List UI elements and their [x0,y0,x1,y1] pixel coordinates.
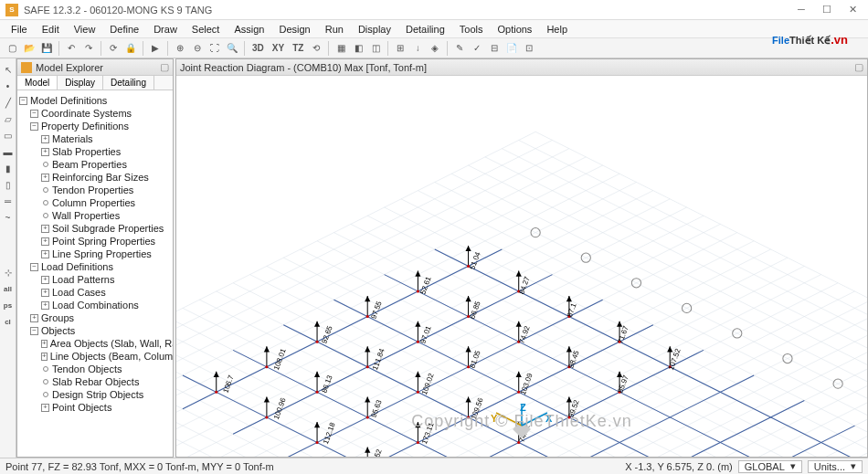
draw-line-icon[interactable]: ╱ [1,95,16,110]
menu-edit[interactable]: Edit [35,22,67,37]
tree-row[interactable]: +Slab Properties [19,145,171,158]
draw-rect-icon[interactable]: ▭ [1,128,16,142]
zoom-in-icon[interactable]: ⊕ [172,40,188,57]
tree-row[interactable]: +Line Objects (Beam, Column, Brace, Null… [19,350,171,363]
detail-icon[interactable]: ⊡ [521,40,537,57]
zoom-window-icon[interactable]: 🔍 [224,40,240,57]
draw-tendon-icon[interactable]: ~ [1,210,16,225]
menu-options[interactable]: Options [490,22,539,37]
tree-row[interactable]: Tendon Properties [19,184,171,196]
all-button[interactable]: all [1,281,16,296]
tree-row[interactable]: +Area Objects (Slab, Wall, Ramp, Null) [19,337,171,350]
minimize-button[interactable]: ─ [789,2,813,16]
canvas-3d[interactable]: 51.0452.6197.5592.65108.01106.784.2766.8… [176,76,867,457]
tree-row[interactable]: −Property Definitions [19,120,171,132]
tree-row[interactable]: −Model Definitions [19,94,171,107]
results-icon[interactable]: ◈ [427,40,443,57]
draw-wall-icon[interactable]: ▯ [1,177,16,192]
draw-column-icon[interactable]: ▮ [1,161,16,175]
tree-row[interactable]: −Objects [19,324,171,337]
tree-row[interactable]: +Point Spring Properties [19,235,171,248]
new-icon[interactable]: ▢ [4,40,20,57]
shrink-icon[interactable]: ◫ [367,40,384,57]
tree-row[interactable]: +Groups [19,311,171,324]
display-icon[interactable]: ▦ [333,40,349,57]
tree-row[interactable]: +Load Cases [19,286,171,299]
menu-view[interactable]: View [67,22,103,37]
svg-line-27 [385,359,867,457]
grid-icon[interactable]: ⊞ [392,40,408,57]
tree-row[interactable]: −Load Definitions [19,260,171,273]
rotate-icon[interactable]: ⟲ [308,40,324,57]
tree-row[interactable]: +Load Patterns [19,273,171,286]
viewport-max-icon[interactable]: ▢ [854,61,863,73]
menu-tools[interactable]: Tools [452,22,491,37]
tree-row[interactable]: Design Strip Objects [19,388,171,401]
redo-icon[interactable]: ↷ [80,40,97,57]
tree-row[interactable]: Tendon Objects [19,363,171,375]
menu-define[interactable]: Define [102,22,146,37]
tree-view[interactable]: −Model Definitions−Coordinate Systems−Pr… [17,90,173,457]
tab-display[interactable]: Display [58,76,103,90]
tree-row[interactable]: +Point Objects [19,401,171,414]
snap-icon[interactable]: ⊹ [1,265,16,279]
menu-draw[interactable]: Draw [146,22,185,37]
status-units[interactable]: Units...▾ [808,460,863,473]
draw-slab-icon[interactable]: ▬ [1,144,16,159]
menu-detailing[interactable]: Detailing [398,22,452,37]
zoom-fit-icon[interactable]: ⛶ [206,40,223,57]
status-global[interactable]: GLOBAL▾ [738,460,802,473]
tree-row[interactable]: +Materials [19,132,171,145]
tree-row[interactable]: +Load Combinations [19,299,171,311]
assign-icon[interactable]: ✎ [451,40,468,57]
tab-model[interactable]: Model [17,76,58,90]
tree-row[interactable]: Beam Properties [19,158,171,171]
view-tz-button[interactable]: TZ [289,40,307,57]
menu-run[interactable]: Run [318,22,351,37]
menu-design[interactable]: Design [271,22,317,37]
tree-row[interactable]: Column Properties [19,196,171,209]
save-icon[interactable]: 💾 [38,40,55,57]
open-icon[interactable]: 📂 [21,40,37,57]
menu-assign[interactable]: Assign [227,22,271,37]
extrude-icon[interactable]: ◧ [350,40,366,57]
tree-row[interactable]: +Line Spring Properties [19,248,171,260]
window-controls: ─ ☐ ✕ [789,2,864,16]
menu-file[interactable]: File [4,22,35,37]
loads-icon[interactable]: ↓ [409,40,426,57]
menu-select[interactable]: Select [185,22,228,37]
svg-point-102 [265,365,268,368]
lock-icon[interactable]: 🔒 [122,40,139,57]
tree-row[interactable]: +Reinforcing Bar Sizes [19,171,171,184]
undo-icon[interactable]: ↶ [63,40,79,57]
view-xy-button[interactable]: XY [269,40,288,57]
check-icon[interactable]: ✓ [469,40,485,57]
menu-display[interactable]: Display [351,22,398,37]
menu-help[interactable]: Help [539,22,575,37]
tree-row[interactable]: −Coordinate Systems [19,107,171,120]
close-button[interactable]: ✕ [841,2,864,16]
svg-line-73 [176,434,535,457]
report-icon[interactable]: 📄 [503,40,520,57]
zoom-out-icon[interactable]: ⊖ [189,40,206,57]
draw-area-icon[interactable]: ▱ [1,111,16,126]
pointer-icon[interactable]: ↖ [1,62,16,77]
svg-line-1 [176,140,553,442]
table-icon[interactable]: ⊟ [486,40,503,57]
svg-point-123 [265,416,268,418]
view-3d-button[interactable]: 3D [249,40,268,57]
run-icon[interactable]: ▶ [147,40,164,57]
draw-point-icon[interactable]: • [1,79,16,93]
svg-line-38 [519,140,867,442]
refresh-icon[interactable]: ⟳ [105,40,122,57]
tree-row[interactable]: +Soil Subgrade Properties [19,222,171,235]
tree-row[interactable]: Wall Properties [19,209,171,222]
draw-strip-icon[interactable]: ═ [1,194,16,208]
ps-button[interactable]: ps [1,298,16,312]
tree-row[interactable]: Slab Rebar Objects [19,375,171,388]
maximize-button[interactable]: ☐ [815,2,839,16]
tab-detailing[interactable]: Detailing [103,76,154,90]
svg-line-26 [367,350,867,457]
explorer-max-icon[interactable]: ▢ [160,61,169,73]
clr-button[interactable]: cl [1,314,16,329]
